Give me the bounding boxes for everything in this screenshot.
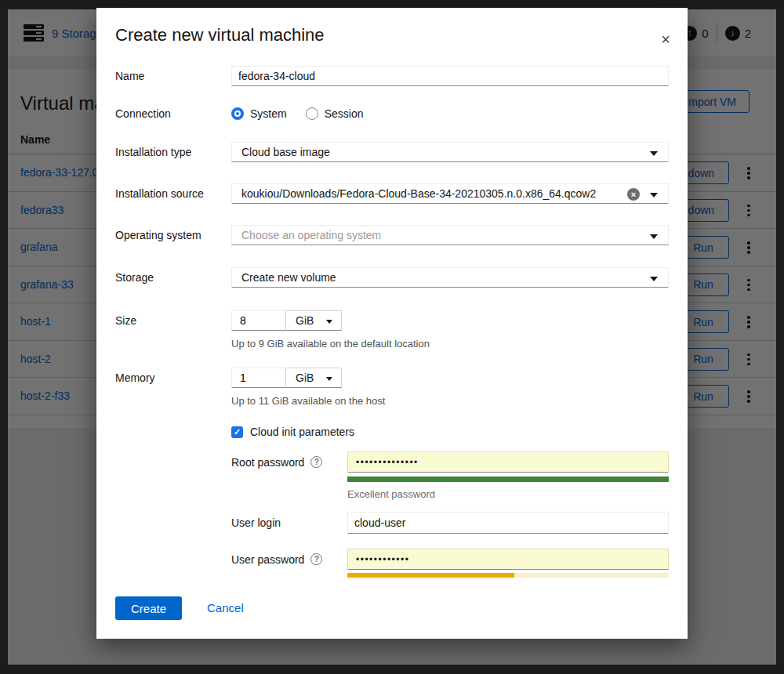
user-login-row: User login — [231, 512, 669, 534]
name-row: Name — [115, 66, 669, 86]
dialog-body: Name Connection System Session Installat… — [96, 60, 688, 578]
memory-unit-value: GiB — [296, 371, 314, 384]
radio-selected-icon[interactable] — [231, 107, 244, 120]
installation-source-select[interactable]: koukiou/Downloads/Fedora-Cloud-Base-34-2… — [231, 183, 669, 204]
memory-unit-select[interactable]: GiB — [285, 368, 342, 388]
checkbox-checked-icon[interactable]: ✓ — [231, 426, 243, 438]
chevron-down-icon — [326, 377, 332, 381]
radio-session[interactable]: Session — [306, 107, 364, 120]
root-password-input[interactable] — [347, 451, 669, 473]
user-password-row: User password ? — [231, 549, 669, 578]
operating-system-row: Operating system Choose an operating sys… — [115, 225, 669, 245]
chevron-down-icon — [650, 151, 658, 156]
create-button[interactable]: Create — [115, 596, 182, 620]
chevron-down-icon — [326, 320, 332, 324]
radio-system-label: System — [250, 107, 287, 120]
memory-label: Memory — [115, 371, 231, 384]
cloud-init-label: Cloud init parameters — [250, 426, 354, 438]
help-icon[interactable]: ? — [310, 456, 322, 468]
storage-value: Create new volume — [241, 271, 336, 284]
installation-type-label: Installation type — [115, 146, 231, 158]
storage-select[interactable]: Create new volume — [231, 267, 669, 288]
root-password-row: Root password ? Excellent password — [231, 451, 669, 500]
root-password-label-text: Root password — [231, 456, 304, 469]
cloud-init-section: Root password ? Excellent password User … — [115, 451, 669, 578]
storage-label: Storage — [115, 271, 231, 284]
root-password-label: Root password ? — [231, 456, 347, 469]
radio-system[interactable]: System — [231, 107, 287, 120]
dialog-header: Create new virtual machine × — [96, 8, 688, 60]
installation-type-row: Installation type Cloud base image — [115, 142, 669, 162]
connection-row: Connection System Session — [115, 106, 669, 121]
installation-type-value: Cloud base image — [241, 146, 330, 158]
vm-name-input[interactable] — [231, 66, 669, 86]
installation-source-label: Installation source — [115, 187, 231, 200]
radio-unselected-icon[interactable] — [306, 107, 318, 120]
connection-label: Connection — [115, 107, 231, 120]
cloud-init-row: ✓ Cloud init parameters — [115, 425, 669, 439]
root-password-strength-bar — [347, 477, 669, 482]
connection-radio-group: System Session — [231, 106, 669, 121]
user-password-label: User password ? — [231, 553, 347, 566]
operating-system-select[interactable]: Choose an operating system — [231, 225, 669, 245]
size-row: Size GiB Up to 9 GiB available on the de… — [115, 310, 669, 350]
operating-system-label: Operating system — [115, 229, 231, 241]
installation-type-select[interactable]: Cloud base image — [231, 142, 669, 162]
radio-session-label: Session — [325, 107, 364, 120]
installation-source-row: Installation source koukiou/Downloads/Fe… — [115, 183, 669, 204]
operating-system-placeholder: Choose an operating system — [241, 229, 381, 241]
installation-source-value: koukiou/Downloads/Fedora-Cloud-Base-34-2… — [241, 187, 596, 200]
chevron-down-icon — [650, 277, 658, 281]
memory-helper-text: Up to 11 GiB available on the host — [231, 395, 669, 407]
chevron-down-icon — [650, 234, 658, 239]
dialog-footer: Create Cancel — [96, 578, 688, 639]
close-icon[interactable]: × — [661, 31, 670, 47]
user-login-input[interactable] — [347, 512, 669, 534]
user-password-label-text: User password — [231, 553, 304, 566]
memory-input[interactable] — [231, 368, 286, 388]
clear-icon[interactable]: × — [627, 188, 640, 201]
name-label: Name — [115, 70, 231, 82]
strength-fill — [347, 477, 669, 482]
user-login-label: User login — [231, 516, 347, 529]
root-password-strength-text: Excellent password — [347, 488, 669, 500]
user-password-input[interactable] — [347, 549, 669, 570]
storage-row: Storage Create new volume — [115, 267, 669, 288]
dialog-title: Create new virtual machine — [115, 25, 669, 45]
size-helper-text: Up to 9 GiB available on the default loc… — [231, 338, 669, 350]
help-icon[interactable]: ? — [310, 553, 322, 565]
size-label: Size — [115, 314, 231, 327]
chevron-down-icon — [650, 193, 658, 197]
size-input[interactable] — [231, 310, 286, 331]
create-vm-dialog: Create new virtual machine × Name Connec… — [96, 8, 688, 639]
size-unit-value: GiB — [296, 314, 314, 327]
size-unit-select[interactable]: GiB — [285, 310, 342, 331]
cancel-button[interactable]: Cancel — [207, 596, 244, 614]
memory-row: Memory GiB Up to 11 GiB available on the… — [115, 368, 669, 407]
